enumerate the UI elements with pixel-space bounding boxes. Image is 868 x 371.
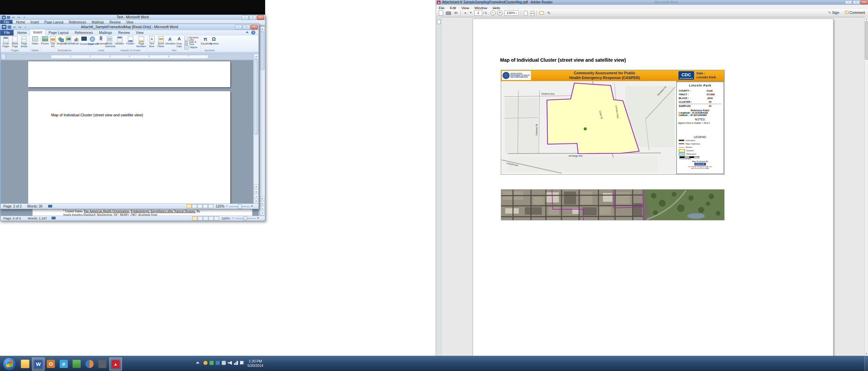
zoom-level[interactable]: 120% xyxy=(216,204,224,208)
header-button[interactable]: Header xyxy=(114,36,125,45)
browse-object-button[interactable]: ● xyxy=(254,194,258,199)
word-count[interactable]: Words: 30 xyxy=(27,204,42,208)
zoom-in-icon[interactable]: + xyxy=(497,10,502,16)
page-break-button[interactable]: Page Break xyxy=(20,36,28,48)
close-button[interactable]: × xyxy=(861,0,868,4)
cover-page-button[interactable]: Cover Page xyxy=(1,36,10,48)
scroll-up-button[interactable]: ▲ xyxy=(260,26,264,32)
vertical-scrollbar[interactable]: ▲ ▼ ▲ ● ▼ xyxy=(253,54,259,204)
taskbar-icon-internet-explorer[interactable]: e xyxy=(58,357,70,370)
minimize-ribbon-icon[interactable] xyxy=(246,31,249,33)
tab-selector[interactable] xyxy=(1,54,6,59)
taskbar-icon-utility-app[interactable] xyxy=(96,357,108,370)
tab-home[interactable]: Home xyxy=(14,30,30,36)
page-indicator[interactable]: Page: 2 of 2 xyxy=(3,204,22,208)
shapes-button[interactable]: Shapes xyxy=(57,36,64,45)
taskbar-icon-adobe-reader[interactable]: ▲ xyxy=(109,357,122,371)
fullscreen-view-icon[interactable] xyxy=(198,216,203,220)
titlebar[interactable]: Attachment K SampleSamplingFrameAndClust… xyxy=(436,0,868,5)
minimize-button[interactable]: – xyxy=(235,25,242,30)
bookmark-button[interactable]: Bookmark xyxy=(97,36,105,45)
quick-parts-button[interactable]: Quick Parts xyxy=(156,36,165,48)
blank-page-button[interactable]: Blank Page xyxy=(11,36,19,48)
close-button[interactable]: × xyxy=(257,15,264,20)
minimize-button[interactable]: – xyxy=(241,15,249,20)
zoom-slider-thumb[interactable] xyxy=(243,216,247,220)
action-center-flag-icon[interactable] xyxy=(240,361,244,365)
scroll-down-button[interactable]: ▼ xyxy=(254,184,258,190)
restore-button[interactable]: □ xyxy=(249,15,256,20)
show-desktop-button[interactable] xyxy=(864,356,868,371)
date-time-button[interactable]: Date & Time xyxy=(184,41,200,45)
tray-icon-4[interactable] xyxy=(222,361,226,365)
taskbar-icon-word[interactable]: W xyxy=(32,357,45,371)
scroll-up-button[interactable]: ▲ xyxy=(865,17,868,21)
scroll-down-button[interactable]: ▼ xyxy=(260,196,264,201)
scroll-thumb[interactable] xyxy=(865,21,868,60)
scroll-down-button[interactable]: ▼ xyxy=(865,352,868,356)
page-2[interactable]: Map of Individual Cluster (street view a… xyxy=(28,91,230,204)
tray-icon-1[interactable] xyxy=(203,361,208,365)
tab-mailings[interactable]: Mailings xyxy=(96,30,115,36)
page-indicator[interactable]: Page: 2 of 3 xyxy=(3,216,21,220)
outline-view-icon[interactable] xyxy=(203,204,208,208)
zoom-level-select[interactable]: 130% ▾ xyxy=(505,10,519,16)
titlebar[interactable]: W ↩ ↪ ▾ Text - Microsoft Word – □ × xyxy=(0,15,265,20)
draft-view-icon[interactable] xyxy=(214,216,219,220)
scroll-thumb[interactable] xyxy=(254,59,258,135)
previous-page-icon[interactable]: ▲ xyxy=(462,10,468,16)
tab-insert[interactable]: Insert xyxy=(30,29,45,36)
email-icon[interactable]: ✉ xyxy=(453,10,459,16)
taskbar-icon-green-app[interactable] xyxy=(71,357,83,370)
wordart-button[interactable]: A WordArt xyxy=(165,36,175,45)
tab-view[interactable]: View xyxy=(133,30,147,36)
print-layout-view-icon[interactable] xyxy=(192,216,197,220)
tray-icon-2[interactable] xyxy=(210,361,214,365)
outline-view-icon[interactable] xyxy=(209,216,214,220)
prev-page-button[interactable]: ▲ xyxy=(254,189,258,194)
picture-button[interactable]: Picture xyxy=(41,36,49,45)
tab-page-layout[interactable]: Page Layout xyxy=(45,30,72,36)
vertical-scrollbar[interactable]: ▲ ▼ xyxy=(864,17,868,356)
print-layout-view-icon[interactable] xyxy=(186,204,192,208)
minimize-button[interactable]: – xyxy=(845,0,852,4)
next-page-button[interactable]: ▼ xyxy=(254,199,258,204)
symbol-button[interactable]: Ω Symbol xyxy=(210,36,218,45)
print-icon[interactable] xyxy=(446,10,451,16)
page-number-button[interactable]: Page Number xyxy=(136,36,146,48)
scroll-up-button[interactable]: ▲ xyxy=(254,54,258,59)
tab-review[interactable]: Review xyxy=(115,30,133,36)
taskbar-icon-outlook[interactable]: O xyxy=(45,357,57,370)
zoom-level[interactable]: 110% xyxy=(222,216,230,220)
zoom-in-icon[interactable]: + xyxy=(251,204,253,208)
web-layout-view-icon[interactable] xyxy=(203,216,208,220)
page-number-input[interactable]: 2 xyxy=(474,10,482,16)
show-hidden-icons-button[interactable] xyxy=(196,362,199,364)
zoom-slider-thumb[interactable] xyxy=(238,204,242,209)
zoom-out-icon[interactable]: − xyxy=(226,204,228,208)
word-count[interactable]: Words: 1,187 xyxy=(28,216,47,220)
comment-button[interactable]: Comment xyxy=(845,11,865,15)
sign-button[interactable]: ✎ Sign xyxy=(828,11,839,15)
chart-button[interactable]: Chart xyxy=(72,36,80,45)
clip-art-button[interactable]: Clip Art xyxy=(49,36,57,48)
screenshot-button[interactable]: Screenshot xyxy=(80,36,88,46)
help-icon[interactable]: ? xyxy=(251,31,255,35)
smartart-button[interactable]: SmartArt xyxy=(64,36,72,45)
tab-file[interactable]: File xyxy=(0,30,14,36)
volume-icon[interactable] xyxy=(228,361,232,365)
next-page-button[interactable]: ▼ xyxy=(260,211,264,216)
zoom-out-icon[interactable]: − xyxy=(490,10,496,16)
taskbar-clock[interactable]: 1:20 PM 5/20/2014 xyxy=(245,359,265,368)
network-icon[interactable] xyxy=(234,361,238,365)
tray-icon-3[interactable] xyxy=(216,361,220,365)
tab-references[interactable]: References xyxy=(72,30,96,36)
comment-bubble-icon[interactable] xyxy=(538,10,544,16)
proofing-icon[interactable] xyxy=(52,217,56,219)
close-button[interactable]: × xyxy=(251,25,258,30)
taskbar-icon-media-app[interactable] xyxy=(83,357,96,370)
next-page-icon[interactable]: ▼ xyxy=(468,10,474,16)
start-button[interactable] xyxy=(3,357,16,371)
scroll-thumb[interactable] xyxy=(260,32,264,70)
open-file-icon[interactable] xyxy=(438,10,444,16)
